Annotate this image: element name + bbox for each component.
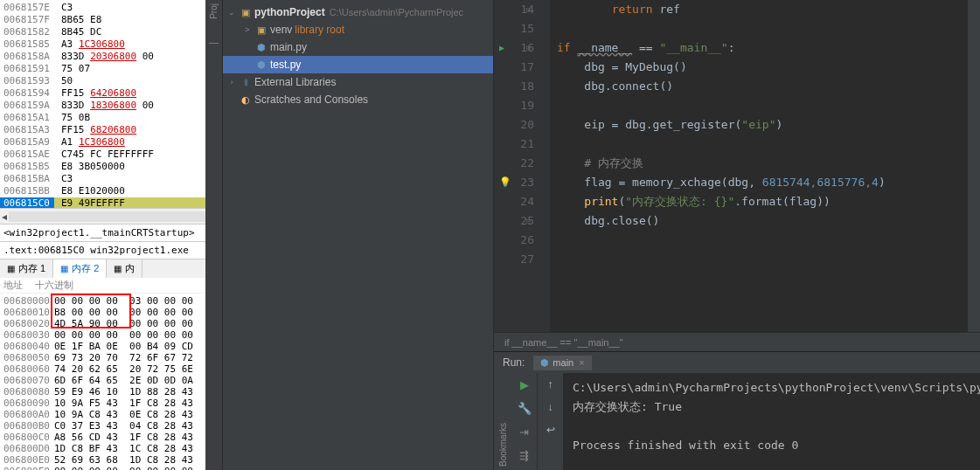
code-area[interactable]: return refif __name__ == "__main__": dbg… — [550, 0, 968, 332]
tree-item[interactable]: ⬢main.py — [223, 38, 493, 56]
breadcrumb[interactable]: if __name__ == "__main__" — [504, 337, 623, 348]
code-editor[interactable]: 14⊟15▶16⊟171819202122💡232425⊟2627 return… — [494, 0, 980, 332]
external-libraries[interactable]: ›⫴External Libraries — [223, 73, 493, 91]
code-line[interactable]: # 内存交换 — [557, 154, 968, 173]
line-number[interactable]: 25⊟ — [494, 211, 534, 231]
memory-row[interactable]: 0068003000 00 00 00 00 00 00 00 — [3, 329, 205, 341]
memory-row[interactable]: 006800B0C0 37 E3 43 04 C8 28 43 — [3, 420, 205, 432]
disasm-row[interactable]: 006815A3FF15 68206800 — [0, 124, 205, 136]
disasm-row[interactable]: 0068157F8B65 E8 — [0, 14, 205, 26]
tree-item[interactable]: ⬢test.py — [223, 56, 493, 73]
memory-row[interactable]: 006800706D 6F 64 65 2E 0D 0D 0A — [3, 375, 205, 386]
disasm-row[interactable]: 006815A9A1 1C306800 — [0, 136, 205, 149]
disasm-row[interactable]: 006815BAC3 — [0, 173, 205, 185]
memory-row[interactable]: 006800E052 69 63 68 1D C8 28 43 — [3, 454, 205, 466]
memory-row[interactable]: 006800D01D C8 BF 43 1C C8 28 43 — [3, 443, 205, 454]
bulb-icon[interactable]: 💡 — [499, 173, 511, 192]
code-line[interactable]: flag = memory_xchage(dbg, 6815744,681577… — [557, 173, 968, 192]
memory-tab[interactable]: ▦内 — [107, 259, 142, 278]
disasm-row[interactable]: 0068157EC3 — [0, 2, 205, 14]
code-line[interactable]: return ref — [557, 0, 968, 19]
line-number[interactable]: 19 — [494, 96, 534, 115]
line-number[interactable]: 15 — [494, 19, 534, 38]
memory-row[interactable]: 0068006074 20 62 65 20 72 75 6E — [3, 363, 205, 375]
line-number[interactable]: 24 — [494, 192, 534, 211]
code-line[interactable] — [557, 231, 968, 250]
code-line[interactable] — [557, 250, 968, 269]
run-icon[interactable]: ▶ — [520, 378, 529, 391]
disasm-row[interactable]: 00681594FF15 64206800 — [0, 87, 205, 100]
project-toolwindow-tab[interactable]: Proj — [209, 3, 219, 19]
horizontal-scrollbar[interactable]: ◂ — [0, 208, 205, 224]
memory-row[interactable]: 0068008059 E9 46 10 1D 88 28 43 — [3, 386, 205, 397]
run-tab-main[interactable]: ⬢ main × — [533, 356, 591, 370]
memory-row[interactable]: 006800204D 5A 90 00 00 00 00 00 — [3, 318, 205, 329]
run-gutter-icon[interactable]: ▶ — [499, 38, 504, 58]
code-line[interactable]: dbg = MyDebug() — [557, 58, 968, 77]
minimize-icon[interactable]: — — [209, 37, 219, 47]
editor-gutter[interactable]: 14⊟15▶16⊟171819202122💡232425⊟2627 — [494, 0, 550, 332]
disasm-row[interactable]: 0068159A833D 18306800 00 — [0, 100, 205, 112]
line-number[interactable]: 26 — [494, 231, 534, 250]
disasm-row[interactable]: 0068158A833D 20306800 00 — [0, 51, 205, 63]
fold-icon[interactable]: ⊟ — [526, 38, 531, 58]
code-line[interactable]: eip = dbg.get_register("eip") — [557, 115, 968, 135]
up-arrow-icon[interactable]: ↑ — [548, 378, 553, 391]
memory-dump[interactable]: 地址 十六进制 0068000000 00 00 00 03 00 00 000… — [0, 278, 205, 470]
filter-icon[interactable]: ⇶ — [519, 449, 529, 462]
library-icon: ⫴ — [240, 77, 252, 88]
tree-item[interactable]: >▣venv library root — [223, 21, 493, 38]
memory-row[interactable]: 006800A010 9A C8 43 0E C8 28 43 — [3, 409, 205, 420]
code-line[interactable]: dbg.connect() — [557, 77, 968, 96]
code-line[interactable] — [557, 135, 968, 154]
disasm-row[interactable]: 006815828B45 DC — [0, 26, 205, 38]
memory-row[interactable]: 00680010B8 00 00 00 00 00 00 00 — [3, 307, 205, 318]
breadcrumb-bar[interactable]: if __name__ == "__main__" — [494, 332, 980, 351]
memory-tab[interactable]: ▦内存 2 — [53, 259, 107, 278]
memory-row[interactable]: 0068000000 00 00 00 03 00 00 00 — [3, 295, 205, 307]
line-number[interactable]: 17 — [494, 58, 534, 77]
line-number[interactable]: 18 — [494, 77, 534, 96]
disasm-row[interactable]: 0068159175 07 — [0, 63, 205, 75]
memory-row[interactable]: 0068005069 73 20 70 72 6F 67 72 — [3, 352, 205, 363]
bookmarks-strip[interactable]: Bookmarks — [494, 373, 511, 470]
disasm-row[interactable]: 006815A175 0B — [0, 112, 205, 124]
memory-tab[interactable]: ▦内存 1 — [0, 259, 53, 278]
scratches[interactable]: ◐Scratches and Consoles — [223, 91, 493, 108]
close-icon[interactable]: × — [579, 357, 584, 368]
ide-right-area: 14⊟15▶16⊟171819202122💡232425⊟2627 return… — [494, 0, 980, 470]
code-line[interactable]: dbg.close() — [557, 211, 968, 231]
fold-icon[interactable]: ⊟ — [526, 0, 531, 19]
dump-icon: ▦ — [114, 264, 122, 273]
disasm-row[interactable]: 006815AEC745 FC FEFFFFFF — [0, 149, 205, 161]
down-arrow-icon[interactable]: ↓ — [548, 401, 553, 413]
editor-scrollbar[interactable] — [968, 0, 980, 332]
disasm-row[interactable]: 006815B5E8 3B050000 — [0, 161, 205, 173]
wrench-icon[interactable]: 🔧 — [518, 402, 532, 415]
disasm-row[interactable]: 0068159350 — [0, 75, 205, 87]
tree-root[interactable]: ⌄▣pythonProjectC:\Users\admin\PycharmPro… — [223, 3, 493, 21]
code-line[interactable] — [557, 19, 968, 38]
code-line[interactable]: if __name__ == "__main__": — [557, 38, 968, 58]
memory-row[interactable]: 006800C0A8 56 CD 43 1F C8 28 43 — [3, 432, 205, 443]
disasm-row[interactable]: 006815BBE8 E1020000 — [0, 185, 205, 197]
line-number[interactable]: 27 — [494, 250, 534, 269]
code-line[interactable] — [557, 96, 968, 115]
line-number[interactable]: 21 — [494, 135, 534, 154]
line-number[interactable]: ▶16⊟ — [494, 38, 534, 58]
memory-row[interactable]: 006800400E 1F BA 0E 00 B4 09 CD — [3, 341, 205, 352]
fold-icon[interactable]: ⊟ — [526, 211, 531, 231]
line-number[interactable]: 22 — [494, 154, 534, 173]
wrap-icon[interactable]: ↩ — [546, 424, 555, 436]
line-number[interactable]: 14⊟ — [494, 0, 534, 19]
memory-row[interactable]: 0068009010 9A F5 43 1F C8 28 43 — [3, 397, 205, 409]
line-number[interactable]: 💡23 — [494, 173, 534, 192]
memory-row[interactable]: 006800F000 00 00 00 00 00 00 00 — [3, 466, 205, 470]
run-output[interactable]: C:\Users\admin\PycharmProjects\pythonPro… — [564, 373, 980, 470]
disasm-row[interactable]: 006815C0E9 49FEFFFF — [0, 197, 205, 208]
disassembly-view[interactable]: 0068157EC30068157F8B65 E8006815828B45 DC… — [0, 0, 205, 208]
line-number[interactable]: 20 — [494, 115, 534, 135]
code-line[interactable]: print("内存交换状态: {}".format(flag)) — [557, 192, 968, 211]
disasm-row[interactable]: 00681585A3 1C306800 — [0, 38, 205, 51]
step-icon[interactable]: ⇥ — [519, 425, 529, 439]
